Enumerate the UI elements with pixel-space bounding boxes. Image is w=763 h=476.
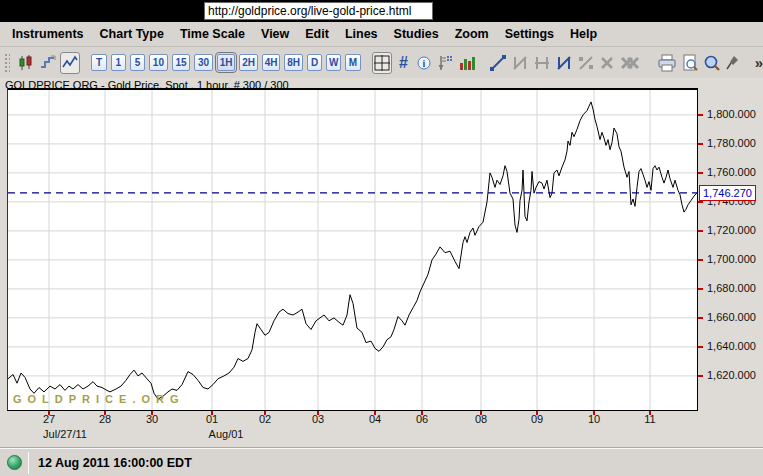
menu-item-chart-type[interactable]: Chart Type <box>92 24 172 44</box>
ohlc-chart-button[interactable] <box>38 52 58 74</box>
x-axis-tick <box>374 411 376 415</box>
info-icon: i <box>416 55 432 71</box>
crosshair-button[interactable] <box>372 52 392 74</box>
y-axis-line <box>697 88 698 411</box>
y-axis-tick <box>698 375 703 377</box>
timescale-button-4hour[interactable]: 4H <box>262 54 281 71</box>
x-axis-tick <box>480 411 482 415</box>
browser-top-bar: http://goldprice.org/live-gold-price.htm… <box>0 0 763 22</box>
toolbar-drag-handle[interactable] <box>4 53 10 73</box>
pin-chart-button[interactable] <box>724 52 743 74</box>
menu-item-view[interactable]: View <box>253 24 297 44</box>
horizontal-line-button[interactable] <box>532 52 552 74</box>
menu-bar: Instruments Chart Type Time Scale View E… <box>0 22 763 47</box>
menu-item-edit[interactable]: Edit <box>297 24 337 44</box>
volume-icon <box>458 54 476 72</box>
x-axis-sub-label: Jul/27/11 <box>30 428 100 440</box>
url-input[interactable]: http://goldprice.org/live-gold-price.htm… <box>204 2 433 20</box>
timescale-button-week[interactable]: W <box>326 54 341 71</box>
status-divider <box>28 452 29 474</box>
y-axis-label: 1,780.000 <box>707 137 756 149</box>
horizontal-line-icon <box>533 54 551 72</box>
y-axis-tick <box>698 317 703 319</box>
edit-trendline-icon <box>555 54 573 72</box>
x-axis-tick <box>48 411 50 415</box>
more-tools-button[interactable]: » <box>755 54 763 71</box>
timescale-button-8hour[interactable]: 8H <box>284 54 303 71</box>
timescale-button-1hour[interactable]: 1H <box>217 54 236 71</box>
x-axis-tick <box>151 411 153 415</box>
x-axis-tick <box>421 411 423 415</box>
y-axis-tick <box>698 346 703 348</box>
timescale-button-5min[interactable]: 5 <box>130 54 145 71</box>
last-price-box: 1,746.270 <box>699 185 756 201</box>
y-axis-label: 1,620.000 <box>707 369 756 381</box>
y-axis-label: 1,680.000 <box>707 282 756 294</box>
crosshair-icon <box>373 54 391 72</box>
menu-item-lines[interactable]: Lines <box>337 24 386 44</box>
timescale-button-15min[interactable]: 15 <box>172 54 191 71</box>
info-button[interactable]: i <box>415 52 434 74</box>
svg-text:i: i <box>423 58 426 69</box>
timescale-button-1min[interactable]: 1 <box>111 54 126 71</box>
print-button[interactable] <box>656 52 678 74</box>
timescale-button-2hour[interactable]: 2H <box>239 54 258 71</box>
menu-item-help[interactable]: Help <box>562 24 605 44</box>
menu-item-time-scale[interactable]: Time Scale <box>172 24 253 44</box>
y-axis-tick <box>698 114 703 116</box>
zoom-in-icon <box>703 54 721 72</box>
timescale-button-30min[interactable]: 30 <box>194 54 213 71</box>
timescale-button-tick[interactable]: T <box>91 54 106 71</box>
price-plot-svg[interactable] <box>8 90 697 410</box>
delete-line-button[interactable] <box>598 52 617 74</box>
timescale-button-month[interactable]: M <box>345 54 360 71</box>
line-chart-button[interactable] <box>60 52 80 74</box>
status-timestamp: 12 Aug 2011 16:00:00 EDT <box>38 456 192 470</box>
menu-item-instruments[interactable]: Instruments <box>4 24 92 44</box>
y-axis-tick <box>698 201 703 203</box>
y-axis-tick <box>698 288 703 290</box>
x-axis-tick <box>104 411 106 415</box>
x-axis-tick <box>211 411 213 415</box>
delete-all-lines-button[interactable] <box>619 52 641 74</box>
y-axis-label: 1,800.000 <box>707 108 756 120</box>
timescale-button-day[interactable]: D <box>307 54 322 71</box>
grid-toggle-button[interactable]: # <box>394 52 413 74</box>
print-preview-button[interactable] <box>680 52 700 74</box>
status-bar: 12 Aug 2011 16:00:00 EDT <box>0 448 763 476</box>
draw-ray-button[interactable] <box>510 52 530 74</box>
delete-line-icon <box>599 55 615 71</box>
menu-item-settings[interactable]: Settings <box>497 24 562 44</box>
move-line-icon <box>577 54 595 72</box>
y-axis-label: 1,760.000 <box>707 166 756 178</box>
zoom-in-button[interactable] <box>702 52 722 74</box>
candlestick-chart-button[interactable] <box>16 52 36 74</box>
draw-trendline-button[interactable] <box>488 52 508 74</box>
delete-all-lines-icon <box>620 55 640 71</box>
y-axis-tick <box>698 143 703 145</box>
connection-status-icon <box>7 455 22 470</box>
pushpin-icon <box>725 54 741 72</box>
volume-button[interactable] <box>457 52 477 74</box>
chart-application-window: http://goldprice.org/live-gold-price.htm… <box>0 0 763 476</box>
move-line-button[interactable] <box>576 52 596 74</box>
price-labels-button[interactable] <box>435 52 455 74</box>
timescale-button-10min[interactable]: 10 <box>149 54 168 71</box>
draw-trendline-icon <box>489 54 507 72</box>
edit-trendline-button[interactable] <box>554 52 574 74</box>
menu-item-studies[interactable]: Studies <box>386 24 447 44</box>
y-axis-label: 1,720.000 <box>707 224 756 236</box>
y-axis-label: 1,700.000 <box>707 253 756 265</box>
x-axis-sub-label: Aug/01 <box>191 428 261 440</box>
y-axis-label: 1,640.000 <box>707 340 756 352</box>
draw-ray-icon <box>511 54 529 72</box>
candlestick-chart-icon <box>17 54 35 72</box>
x-axis-tick <box>264 411 266 415</box>
y-axis-label: 1,660.000 <box>707 311 756 323</box>
y-axis-tick <box>698 230 703 232</box>
menu-item-zoom[interactable]: Zoom <box>447 24 497 44</box>
chart-watermark: GOLDPRICE.ORG <box>13 393 185 405</box>
price-labels-icon <box>436 54 454 72</box>
line-chart-icon <box>61 54 79 72</box>
tool-bar: T 1 5 10 15 30 1H 2H 4H 8H D W M # i <box>0 47 763 78</box>
